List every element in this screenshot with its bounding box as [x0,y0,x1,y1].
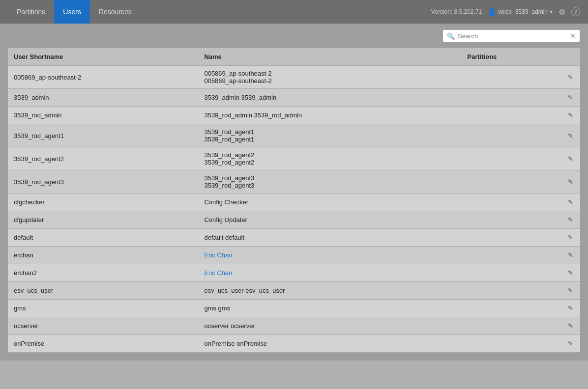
cell-shortname: esv_ucs_user [8,282,198,300]
cell-partitions [461,335,560,353]
cell-name: Eric Chan [198,264,461,282]
table-container: User Shortname Name Partitions 005869_ap… [0,48,588,361]
tab-users[interactable]: Users [54,0,90,24]
cell-partitions [461,282,560,300]
name-text: esv_ucs_user esv_ucs_user [204,287,455,294]
name-text: 005869_ap-southeast-2 [204,77,455,84]
table-row: 3539_rod_agent23539_rod_agent23539_rod_a… [8,147,580,170]
name-text: 3539_rod_agent3 [204,182,455,189]
search-icon: 🔍 [447,32,455,40]
edit-cell: ✎ [560,107,580,124]
name-text: 3539_admin 3539_admin [204,94,455,101]
nav-tabs: Partitions Users Resources [8,0,141,24]
edit-cell: ✎ [560,211,580,229]
cell-partitions [461,107,560,124]
name-text: 3539_rod_agent1 [204,136,455,143]
cell-shortname: cfgchecker [8,194,198,211]
help-icon[interactable]: ? [571,7,580,16]
name-text: 3539_rod_agent3 [204,174,455,182]
edit-button[interactable]: ✎ [565,92,576,103]
cell-name: onPremise onPremise [198,335,461,353]
clear-icon[interactable]: ✕ [570,32,576,40]
name-text: gms gms [204,305,455,312]
edit-button[interactable]: ✎ [565,267,576,278]
cell-partitions [461,66,560,89]
cell-name: 3539_rod_agent33539_rod_agent3 [198,170,461,194]
edit-button[interactable]: ✎ [565,303,576,314]
table-row: erchan2Eric Chan✎ [8,264,580,282]
edit-button[interactable]: ✎ [565,130,576,141]
edit-button[interactable]: ✎ [565,196,576,208]
version-text: Version: 8.5.202.71 [431,8,482,15]
top-bar-right: Version: 8.5.202.71 👤 voice_3539_admin ▾… [431,7,580,17]
edit-button[interactable]: ✎ [565,72,576,83]
name-text: ocserver ocserver [204,322,455,330]
edit-cell: ✎ [560,89,580,107]
cell-shortname: gms [8,300,198,317]
edit-cell: ✎ [560,147,580,170]
cell-shortname: 3539_rod_agent2 [8,147,198,170]
search-area: 🔍 ✕ [0,24,588,48]
name-text: onPremise onPremise [204,340,455,347]
col-header-partitions: Partitions [461,48,560,66]
username-label: voice_3539_admin [498,8,548,15]
edit-button[interactable]: ✎ [565,285,576,296]
edit-button[interactable]: ✎ [565,320,576,332]
name-text: 005869_ap-southeast-2 [204,70,455,77]
edit-button[interactable]: ✎ [565,214,576,225]
chevron-down-icon[interactable]: ▾ [550,8,553,15]
table-header-row: User Shortname Name Partitions [8,48,580,66]
col-header-actions [560,48,580,66]
edit-cell: ✎ [560,124,580,147]
edit-cell: ✎ [560,317,580,335]
tab-partitions[interactable]: Partitions [8,0,54,24]
edit-button[interactable]: ✎ [565,110,576,121]
cell-shortname: 3539_rod_agent3 [8,170,198,194]
cell-partitions [461,194,560,211]
table-row: defaultdefault default✎ [8,229,580,247]
table-row: 3539_rod_agent33539_rod_agent33539_rod_a… [8,170,580,194]
cell-name: 3539_rod_agent13539_rod_agent1 [198,124,461,147]
table-row: cfgcheckerConfig Checker✎ [8,194,580,211]
table-row: ocserverocserver ocserver✎ [8,317,580,335]
edit-button[interactable]: ✎ [565,153,576,165]
table-row: 005869_ap-southeast-2005869_ap-southeast… [8,66,580,89]
cell-name: 3539_rod_agent23539_rod_agent2 [198,147,461,170]
edit-button[interactable]: ✎ [565,232,576,243]
edit-cell: ✎ [560,247,580,264]
cell-partitions [461,147,560,170]
edit-button[interactable]: ✎ [565,176,576,188]
name-link[interactable]: Eric Chan [204,251,232,259]
cell-partitions [461,264,560,282]
name-text: 3539_rod_agent2 [204,151,455,159]
cell-name: Config Checker [198,194,461,211]
col-header-shortname: User Shortname [8,48,198,66]
table-row: 3539_admin3539_admin 3539_admin✎ [8,89,580,107]
edit-cell: ✎ [560,194,580,211]
edit-cell: ✎ [560,170,580,194]
cell-name: esv_ucs_user esv_ucs_user [198,282,461,300]
cell-shortname: cfgupdater [8,211,198,229]
gear-icon[interactable]: ⚙ [559,7,565,17]
cell-partitions [461,170,560,194]
edit-button[interactable]: ✎ [565,338,576,349]
cell-partitions [461,211,560,229]
table-row: 3539_rod_admin3539_rod_admin 3539_rod_ad… [8,107,580,124]
cell-name: Eric Chan [198,247,461,264]
cell-shortname: default [8,229,198,247]
tab-resources[interactable]: Resources [90,0,141,24]
name-link[interactable]: Eric Chan [204,269,232,277]
table-row: erchanEric Chan✎ [8,247,580,264]
table-row: esv_ucs_useresv_ucs_user esv_ucs_user✎ [8,282,580,300]
cell-name: ocserver ocserver [198,317,461,335]
edit-cell: ✎ [560,66,580,89]
name-text: 3539_rod_admin 3539_rod_admin [204,111,455,119]
edit-button[interactable]: ✎ [565,250,576,261]
search-input[interactable] [458,32,567,40]
cell-partitions [461,89,560,107]
table-row: onPremiseonPremise onPremise✎ [8,335,580,353]
cell-name: Config Updater [198,211,461,229]
cell-partitions [461,317,560,335]
cell-partitions [461,247,560,264]
cell-shortname: ocserver [8,317,198,335]
